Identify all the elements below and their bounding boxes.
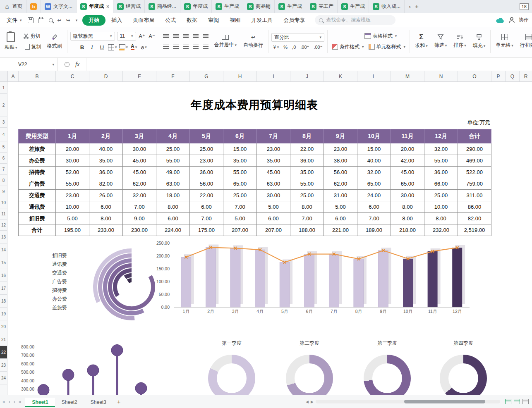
row-header[interactable]: 12 xyxy=(0,220,7,231)
column-header[interactable]: G xyxy=(190,71,223,81)
table-cell[interactable]: 10.00 xyxy=(56,201,89,213)
table-cell[interactable]: 55.00 xyxy=(290,178,324,190)
increase-indent-button[interactable] xyxy=(202,32,210,40)
document-tab[interactable]: W文字文... xyxy=(41,0,77,13)
row-header[interactable]: 2 xyxy=(0,94,7,117)
first-sheet-icon[interactable]: « xyxy=(2,399,5,405)
column-header[interactable]: Q xyxy=(506,71,520,81)
table-cell[interactable]: 8.00 xyxy=(424,213,458,224)
table-cell[interactable]: 233.00 xyxy=(89,224,123,236)
table-row-name-cell[interactable]: 办公费 xyxy=(19,155,56,167)
table-cell[interactable]: 30.00 xyxy=(123,143,156,155)
table-cell[interactable]: 42.00 xyxy=(391,155,424,167)
column-header[interactable]: P xyxy=(491,71,506,81)
row-header[interactable]: 7 xyxy=(0,164,7,175)
print-preview-icon[interactable] xyxy=(49,18,53,22)
row-header[interactable]: 5 xyxy=(0,141,7,153)
table-cell[interactable]: 20.00 xyxy=(391,143,424,155)
bold-button[interactable]: B xyxy=(78,43,86,51)
row-header[interactable]: 10 xyxy=(0,197,7,208)
increase-font-size-button[interactable]: A⁺ xyxy=(138,32,146,40)
row-header[interactable]: 14 xyxy=(0,243,7,256)
page-layout-view-icon[interactable] xyxy=(514,399,520,404)
table-cell[interactable]: 6.00 xyxy=(257,213,290,224)
table-row-name-cell[interactable]: 差旅费 xyxy=(19,143,56,155)
orientation-button[interactable] xyxy=(202,43,210,51)
table-cell[interactable]: 6.00 xyxy=(89,201,123,213)
cut-button[interactable]: 剪切 xyxy=(22,32,43,40)
sheet-tab-Sheet2[interactable]: Sheet2 xyxy=(55,398,84,407)
align-center-button[interactable] xyxy=(172,43,180,51)
menu-tab-页面布局[interactable]: 页面布局 xyxy=(128,15,159,26)
table-cell[interactable]: 15.00 xyxy=(357,143,391,155)
scrollbar-thumb[interactable] xyxy=(404,400,485,403)
table-header-cell[interactable]: 4月 xyxy=(156,129,190,143)
font-name-combobox[interactable]: 微软雅黑▾ xyxy=(70,32,115,41)
table-cell[interactable]: 195.00 xyxy=(56,224,89,236)
table-header-cell[interactable]: 费用类型 xyxy=(19,129,56,143)
open-documents-count-badge[interactable]: 18 xyxy=(520,3,529,10)
table-header-cell[interactable]: 1月 xyxy=(56,129,89,143)
table-cell[interactable]: 8.00 xyxy=(391,201,424,213)
row-header[interactable]: 3 xyxy=(0,117,7,128)
row-header[interactable]: 11 xyxy=(0,208,7,220)
table-cell[interactable]: 6.00 xyxy=(156,213,190,224)
column-header[interactable]: N xyxy=(424,71,458,81)
table-cell[interactable]: 31.00 xyxy=(324,190,357,201)
sheet-title[interactable]: 年度成本费用预算明细表 xyxy=(7,98,501,112)
column-header[interactable]: B xyxy=(19,71,56,81)
table-cell[interactable]: 49.00 xyxy=(156,167,190,178)
cancel-entry-icon[interactable] xyxy=(65,62,69,67)
table-cell[interactable]: 26.00 xyxy=(89,190,123,201)
decrease-indent-button[interactable] xyxy=(192,32,200,40)
table-row-name-cell[interactable]: 招待费 xyxy=(19,167,56,178)
print-icon[interactable] xyxy=(38,19,44,23)
sheet-tab-Sheet3[interactable]: Sheet3 xyxy=(84,398,113,407)
menu-tab-视图[interactable]: 视图 xyxy=(225,15,245,26)
column-header[interactable]: D xyxy=(89,71,123,81)
table-cell[interactable]: 24.00 xyxy=(357,190,391,201)
document-tab[interactable]: S商品经... xyxy=(145,0,180,13)
table-cell[interactable]: 36.00 xyxy=(89,167,123,178)
table-header-cell[interactable]: 5月 xyxy=(190,129,223,143)
table-cell[interactable]: 290.00 xyxy=(458,143,491,155)
row-header[interactable]: 18 xyxy=(0,295,7,308)
radial-bar-chart[interactable]: 折旧费通讯费交通费广告费招待费办公费差旅费 xyxy=(32,246,152,329)
row-header[interactable]: 24 xyxy=(0,372,7,384)
cloud-sync-icon[interactable] xyxy=(496,17,505,23)
add-sheet-button[interactable]: + xyxy=(117,398,121,405)
table-cell[interactable]: 45.00 xyxy=(391,167,424,178)
align-bottom-button[interactable] xyxy=(182,32,190,40)
document-tab[interactable]: ⌂首页 xyxy=(0,0,26,13)
column-header[interactable]: E xyxy=(123,71,156,81)
table-cell[interactable]: 56.00 xyxy=(324,167,357,178)
table-cell[interactable]: 40.00 xyxy=(357,155,391,167)
table-cell[interactable]: 62.00 xyxy=(123,178,156,190)
table-cell[interactable]: 30.00 xyxy=(257,190,290,201)
scroll-left-icon[interactable]: ◀ xyxy=(306,400,309,404)
menu-tab-审阅[interactable]: 审阅 xyxy=(203,15,224,26)
column-header[interactable]: O xyxy=(458,71,491,81)
table-header-cell[interactable]: 6月 xyxy=(223,129,257,143)
table-cell[interactable]: 82.00 xyxy=(458,213,491,224)
table-header-cell[interactable]: 合计 xyxy=(458,129,491,143)
table-cell[interactable]: 23.00 xyxy=(190,155,223,167)
column-header[interactable]: C xyxy=(56,71,89,81)
document-tab[interactable]: S生产成 xyxy=(275,0,306,13)
file-menu[interactable]: 文件▾ xyxy=(3,17,25,24)
menu-tab-开始[interactable]: 开始 xyxy=(82,15,105,26)
table-cell[interactable]: 25.00 xyxy=(223,190,257,201)
column-header[interactable]: M xyxy=(391,71,424,81)
table-cell[interactable]: 36.00 xyxy=(424,167,458,178)
font-color-button[interactable]: A▾ xyxy=(130,43,138,51)
fill-button[interactable]: 填充▾ xyxy=(471,33,488,50)
table-cell[interactable]: 8.00 xyxy=(290,201,324,213)
row-header[interactable]: 19 xyxy=(0,308,7,320)
font-size-combobox[interactable]: 11▾ xyxy=(117,32,136,41)
table-cell[interactable]: 25.00 xyxy=(424,190,458,201)
menu-tab-会员专享[interactable]: 会员专享 xyxy=(278,15,310,26)
filter-button[interactable]: 筛选▾ xyxy=(432,33,449,50)
table-cell[interactable]: 22.00 xyxy=(290,143,324,155)
row-header[interactable]: 13 xyxy=(0,231,7,243)
table-cell[interactable]: 230.00 xyxy=(123,224,156,236)
